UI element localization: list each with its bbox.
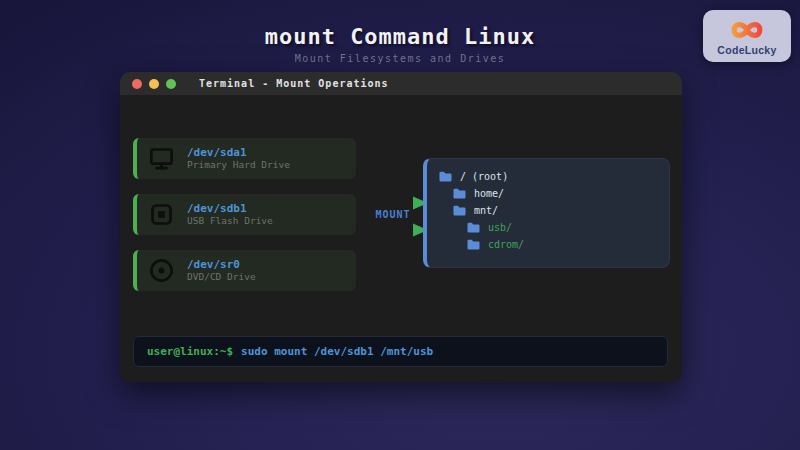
device-description: DVD/CD Drive [187,271,256,283]
disc-icon [148,257,175,284]
device-box-sda1: /dev/sda1 Primary Hard Drive [133,138,356,179]
close-button[interactable] [132,79,142,89]
device-description: Primary Hard Drive [187,159,290,171]
terminal-titlebar: Terminal - Mount Operations [120,72,682,95]
device-name: /dev/sdb1 [187,202,273,215]
tree-item-label: mnt/ [474,205,498,216]
usb-drive-icon [148,201,175,228]
folder-icon [439,171,452,182]
filesystem-tree-panel: / (root) home/ mnt/ usb/ cdrom/ [423,158,670,268]
folder-icon [467,222,480,233]
tree-item-label: / (root) [460,171,508,182]
mount-label: MOUNT [357,209,429,220]
tree-item-usb: usb/ [427,219,669,236]
maximize-button[interactable] [166,79,176,89]
device-box-sdb1: /dev/sdb1 USB Flash Drive [133,194,356,235]
device-text: /dev/sr0 DVD/CD Drive [187,258,256,283]
device-box-sr0: /dev/sr0 DVD/CD Drive [133,250,356,291]
device-description: USB Flash Drive [187,215,273,227]
command-bar: user@linux:~$ sudo mount /dev/sdb1 /mnt/… [133,336,668,367]
tree-item-label: home/ [474,188,504,199]
mount-arrow-icon [357,196,429,210]
shell-prompt: user@linux:~$ [147,345,233,358]
device-text: /dev/sdb1 USB Flash Drive [187,202,273,227]
page-title: mount Command Linux [0,24,800,49]
monitor-icon [148,145,175,172]
minimize-button[interactable] [149,79,159,89]
tree-item-root: / (root) [427,168,669,185]
tree-item-label: cdrom/ [488,239,524,250]
page-background: mount Command Linux Mount Filesystems an… [0,0,800,450]
folder-icon [467,239,480,250]
device-text: /dev/sda1 Primary Hard Drive [187,146,290,171]
infinity-icon [723,17,771,44]
device-name: /dev/sr0 [187,258,256,271]
terminal-title: Terminal - Mount Operations [199,78,389,89]
page-subtitle: Mount Filesystems and Drives [0,53,800,64]
tree-item-label: usb/ [488,222,512,233]
terminal-window: Terminal - Mount Operations /dev/sda1 Pr… [120,72,682,382]
device-name: /dev/sda1 [187,146,290,159]
folder-icon [453,205,466,216]
logo-text: CodeLucky [717,44,776,56]
shell-command: sudo mount /dev/sdb1 /mnt/usb [241,345,433,358]
tree-item-cdrom: cdrom/ [427,236,669,253]
folder-icon [453,188,466,199]
tree-item-home: home/ [427,185,669,202]
codelucky-logo-badge: CodeLucky [703,10,791,62]
tree-item-mnt: mnt/ [427,202,669,219]
mount-arrow-icon [357,223,429,237]
